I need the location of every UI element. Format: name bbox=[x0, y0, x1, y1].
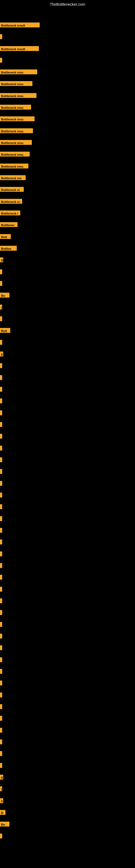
bottleneck-bar: Bottleneck resu bbox=[0, 69, 37, 74]
bottleneck-bar: B bbox=[0, 257, 3, 262]
bottleneck-bar: Bo bbox=[0, 293, 9, 298]
bottleneck-bar bbox=[0, 58, 2, 63]
bottleneck-bar: Bottleneck resu bbox=[0, 163, 28, 168]
bottleneck-bar bbox=[0, 598, 2, 603]
bottleneck-bar: Bottlen bbox=[0, 246, 17, 251]
bottleneck-bar bbox=[0, 563, 2, 568]
bottleneck-bar: Bottleneck re bbox=[0, 199, 22, 204]
bottleneck-bar: | bbox=[0, 786, 2, 791]
bottleneck-bar bbox=[0, 481, 2, 486]
bottleneck-bar: Bottleneck res bbox=[0, 175, 26, 180]
bottleneck-bar bbox=[0, 363, 2, 368]
bottleneck-bar bbox=[0, 281, 2, 286]
bottleneck-bar: Bottlenec bbox=[0, 222, 17, 227]
bottleneck-bar: E bbox=[0, 351, 3, 356]
bottleneck-bar bbox=[0, 552, 2, 556]
bottleneck-bar: B bbox=[0, 810, 5, 815]
bottleneck-bar bbox=[0, 375, 2, 380]
bottleneck-bar bbox=[0, 387, 2, 392]
bottleneck-bar bbox=[0, 834, 2, 838]
bottleneck-bar bbox=[0, 504, 2, 509]
bottleneck-bar: Bottleneck resu bbox=[0, 128, 33, 133]
bottleneck-bar bbox=[0, 739, 2, 744]
site-title: TheBottlenecker.com bbox=[0, 0, 135, 8]
bottleneck-bar: Bottleneck resu bbox=[0, 152, 30, 156]
bottleneck-bar bbox=[0, 645, 2, 650]
bottleneck-bar bbox=[0, 457, 2, 462]
bottleneck-bar bbox=[0, 422, 2, 427]
bottleneck-bar bbox=[0, 446, 2, 451]
bottleneck-bar: Bottleneck resu bbox=[0, 93, 37, 98]
bottleneck-bar: Bott bbox=[0, 234, 11, 239]
bottleneck-bar bbox=[0, 316, 2, 321]
bottleneck-bar: E bbox=[0, 775, 3, 780]
bottleneck-bar bbox=[0, 269, 2, 274]
bottleneck-bar bbox=[0, 681, 2, 685]
bottleneck-bar bbox=[0, 622, 2, 627]
bottleneck-bar bbox=[0, 657, 2, 662]
bottleneck-bar bbox=[0, 469, 2, 474]
bottleneck-bar bbox=[0, 34, 2, 39]
bottleneck-bar: Bottleneck resu bbox=[0, 116, 35, 121]
bottleneck-bar bbox=[0, 728, 2, 733]
bottleneck-bar bbox=[0, 493, 2, 497]
bottleneck-bar: Bottleneck result bbox=[0, 23, 40, 27]
bottleneck-bar: Bottleneck re bbox=[0, 187, 24, 192]
bottleneck-bar bbox=[0, 340, 2, 345]
bottleneck-bar bbox=[0, 516, 2, 521]
bottleneck-bar: Bottleneck resu bbox=[0, 105, 31, 110]
bottleneck-bar bbox=[0, 633, 2, 639]
bottleneck-bar bbox=[0, 751, 2, 756]
bottleneck-bar: Bottleneck resu bbox=[0, 140, 32, 145]
bottleneck-bar: | bbox=[0, 305, 2, 310]
bottleneck-bar bbox=[0, 528, 2, 533]
bottleneck-bar bbox=[0, 716, 2, 721]
bottleneck-bar bbox=[0, 399, 2, 403]
bottleneck-bar bbox=[0, 539, 2, 545]
bottleneck-bar: Bottleneck result bbox=[0, 46, 39, 51]
bottleneck-bar bbox=[0, 692, 2, 698]
bottleneck-bar: Bottleneck r bbox=[0, 211, 20, 215]
bottleneck-bar bbox=[0, 587, 2, 592]
bottleneck-bar: Bo bbox=[0, 822, 9, 827]
bottleneck-bar bbox=[0, 704, 2, 709]
bottleneck-bar bbox=[0, 575, 2, 580]
bottleneck-bar bbox=[0, 434, 2, 439]
bottleneck-bar bbox=[0, 410, 2, 415]
bottleneck-bar: Bottleneck resu bbox=[0, 81, 32, 86]
bottleneck-bar bbox=[0, 669, 2, 674]
bottleneck-bar bbox=[0, 763, 2, 768]
bottleneck-bar: Bott bbox=[0, 328, 10, 333]
bottleneck-bar: E bbox=[0, 798, 3, 803]
bottleneck-bar bbox=[0, 610, 2, 615]
